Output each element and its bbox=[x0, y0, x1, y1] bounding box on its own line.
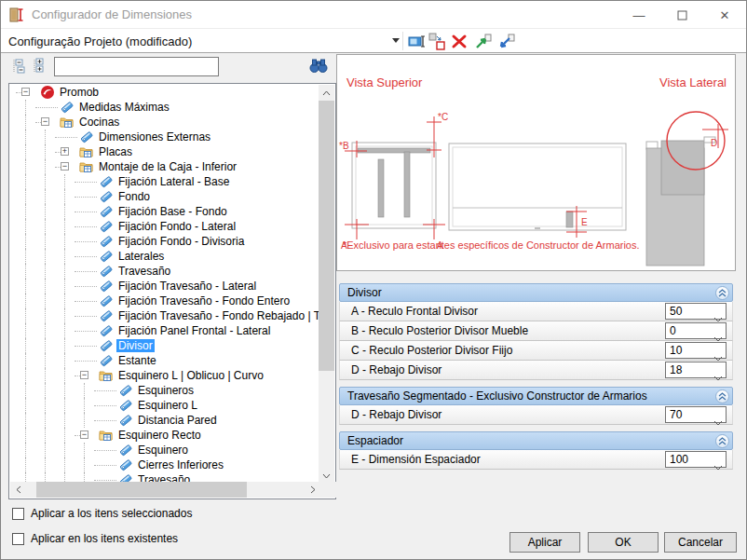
tree-item-label[interactable]: Fijación Travesaño - Fondo Entero bbox=[116, 294, 292, 307]
value-combobox[interactable]: 10 bbox=[665, 342, 727, 359]
tree-item-label[interactable]: Fijación Travesaño - Fondo Rebajado | Tr… bbox=[116, 309, 320, 322]
tree-item-label[interactable]: Placas bbox=[97, 145, 134, 158]
value-combobox[interactable]: 0 bbox=[665, 322, 727, 339]
minimize-button[interactable]: — bbox=[618, 1, 660, 29]
tree-item[interactable]: −Cocinas bbox=[10, 115, 320, 130]
configuration-selector[interactable]: Configuração Projeto (modificado) bbox=[8, 32, 403, 50]
tree-item[interactable]: Fijación Lateral - Base bbox=[10, 174, 320, 189]
tree-item-label[interactable]: Esquineros bbox=[136, 384, 196, 397]
value-combobox[interactable]: 50 bbox=[665, 303, 727, 320]
expand-all-icon[interactable] bbox=[32, 58, 48, 75]
tree-item-label[interactable]: Fijación Panel Frontal - Lateral bbox=[116, 324, 272, 337]
scroll-right-button[interactable] bbox=[305, 482, 320, 498]
tree-item[interactable]: Medidas Máximas bbox=[10, 100, 320, 115]
tree-item[interactable]: Esquineros bbox=[10, 383, 320, 398]
tree-item[interactable]: Distancia Pared bbox=[10, 413, 320, 428]
tree-item-label[interactable]: Fijación Lateral - Base bbox=[116, 175, 231, 188]
tree-item-label[interactable]: Estante bbox=[116, 354, 158, 367]
tree-item-label[interactable]: Laterales bbox=[116, 250, 166, 263]
apply-selected-items-checkbox[interactable] bbox=[12, 508, 24, 520]
tree-search-input[interactable] bbox=[54, 57, 219, 76]
tree-item[interactable]: Fijación Fondo - Divisoria bbox=[10, 234, 320, 249]
tree-view[interactable]: −PromobMedidas Máximas−CocinasDimensione… bbox=[10, 85, 320, 484]
apply-button[interactable]: Aplicar bbox=[509, 532, 580, 553]
tree-item-label[interactable]: Fijación Travesaño - Lateral bbox=[116, 280, 258, 293]
tree-item-label[interactable]: Esquinero Recto bbox=[116, 429, 203, 442]
import-icon[interactable] bbox=[497, 33, 515, 50]
tree-item-label[interactable]: Fijación Fondo - Divisoria bbox=[116, 235, 246, 248]
tree-item[interactable]: Esquinero bbox=[10, 443, 320, 458]
tree-item[interactable]: +Placas bbox=[10, 144, 320, 159]
tree-item[interactable]: Fijación Fondo - Lateral bbox=[10, 219, 320, 234]
tree-item[interactable]: Divisor bbox=[10, 338, 320, 353]
cancel-button[interactable]: Cancelar bbox=[664, 532, 737, 553]
tree-item[interactable]: Fijación Panel Frontal - Lateral bbox=[10, 323, 320, 338]
tree-item[interactable]: −Promob bbox=[10, 85, 320, 100]
tree-item-label[interactable]: Esquinero L | Oblicuo | Curvo bbox=[116, 369, 265, 382]
tree-item-label[interactable]: Esquinero L bbox=[136, 399, 199, 412]
tag-icon bbox=[99, 174, 114, 189]
tree-item[interactable]: Travesaño bbox=[10, 264, 320, 279]
tree-item-label[interactable]: Esquinero bbox=[136, 444, 190, 457]
ok-button[interactable]: OK bbox=[588, 532, 659, 553]
search-binoculars-icon[interactable] bbox=[309, 57, 328, 74]
tree-item[interactable]: Fijación Travesaño - Fondo Entero bbox=[10, 294, 320, 308]
collapse-all-icon[interactable] bbox=[11, 58, 27, 75]
expander-minus-icon[interactable]: − bbox=[80, 430, 88, 439]
tree-item-label[interactable]: Cierres Inferiores bbox=[136, 458, 225, 471]
duplicate-icon[interactable] bbox=[428, 33, 446, 50]
tree-item[interactable]: −Esquinero L | Oblicuo | Curvo bbox=[10, 368, 320, 383]
maximize-button[interactable] bbox=[660, 1, 703, 29]
value-combobox[interactable]: 100 bbox=[665, 451, 727, 468]
value-combobox[interactable]: 70 bbox=[665, 406, 727, 423]
combobox-value: 10 bbox=[670, 344, 682, 358]
parameter-row: E - Dimensión Espaciador100 bbox=[339, 450, 733, 470]
tree-item[interactable]: Fondo bbox=[10, 189, 320, 204]
expander-minus-icon[interactable]: − bbox=[21, 88, 30, 96]
rename-icon[interactable] bbox=[408, 33, 426, 50]
apply-existing-items-checkbox[interactable] bbox=[12, 533, 24, 545]
tree-item-label[interactable]: Promob bbox=[58, 86, 101, 99]
tree-item-label[interactable]: Fondo bbox=[116, 190, 152, 203]
tree-item[interactable]: −Montaje de la Caja - Inferior bbox=[10, 159, 320, 174]
tree-horizontal-scrollbar[interactable] bbox=[10, 482, 336, 498]
tree-item-label[interactable]: Montaje de la Caja - Inferior bbox=[97, 160, 238, 173]
tree-item-label[interactable]: Fijación Fondo - Lateral bbox=[116, 220, 238, 233]
expander-minus-icon[interactable]: − bbox=[80, 371, 88, 379]
export-icon[interactable] bbox=[474, 33, 492, 50]
folder-icon bbox=[79, 144, 94, 159]
value-combobox[interactable]: 18 bbox=[665, 362, 727, 378]
tree-item-label[interactable]: Dimensiones Externas bbox=[97, 130, 212, 143]
tree-item[interactable]: Fijación Travesaño - Lateral bbox=[10, 279, 320, 294]
tree-item-label[interactable]: Medidas Máximas bbox=[77, 101, 171, 114]
tree-item[interactable]: Fijación Base - Fondo bbox=[10, 204, 320, 219]
tree-item-label[interactable]: Cocinas bbox=[77, 116, 121, 129]
delete-icon[interactable] bbox=[451, 33, 469, 50]
expander-minus-icon[interactable]: − bbox=[61, 162, 69, 171]
section-collapse-button[interactable] bbox=[715, 389, 729, 403]
scroll-up-button[interactable] bbox=[319, 85, 334, 101]
tree-item-label[interactable]: Distancia Pared bbox=[136, 414, 219, 427]
section-collapse-button[interactable] bbox=[715, 434, 729, 448]
section-collapse-button[interactable] bbox=[715, 286, 729, 300]
vertical-scroll-thumb[interactable] bbox=[319, 101, 334, 371]
tree-item[interactable]: Dimensiones Externas bbox=[10, 130, 320, 144]
tree-item-label[interactable]: Fijación Base - Fondo bbox=[116, 205, 229, 218]
close-button[interactable]: ✕ bbox=[703, 1, 746, 29]
expander-minus-icon[interactable]: − bbox=[41, 117, 49, 126]
tree-item-label[interactable]: Travesaño bbox=[116, 265, 172, 278]
tree-guide bbox=[45, 234, 46, 249]
tree-item-label[interactable]: Divisor bbox=[116, 339, 155, 352]
tree-item[interactable]: Cierres Inferiores bbox=[10, 458, 320, 472]
tree-item[interactable]: Fijación Travesaño - Fondo Rebajado | Tr… bbox=[10, 308, 320, 323]
tree-guide bbox=[94, 450, 116, 451]
horizontal-scroll-thumb[interactable] bbox=[36, 482, 247, 498]
expander-plus-icon[interactable]: + bbox=[61, 147, 69, 156]
tree-item[interactable]: Esquinero L bbox=[10, 398, 320, 413]
tree-vertical-scrollbar[interactable] bbox=[319, 85, 334, 484]
scroll-left-button[interactable] bbox=[10, 482, 26, 498]
tree-item[interactable]: −Esquinero Recto bbox=[10, 428, 320, 443]
tree-item[interactable]: Laterales bbox=[10, 249, 320, 264]
tree-guide bbox=[75, 286, 97, 287]
tree-item[interactable]: Estante bbox=[10, 353, 320, 368]
